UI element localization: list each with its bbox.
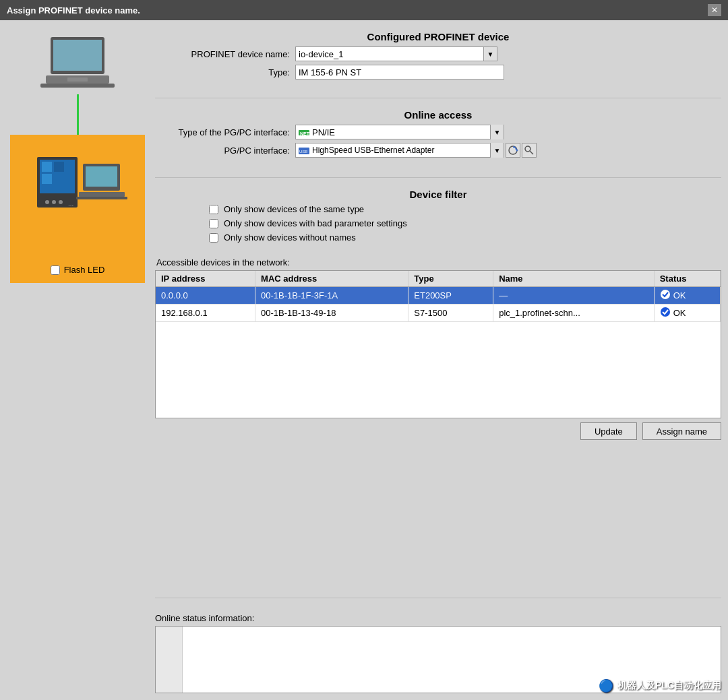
device-icon: ...	[24, 147, 131, 236]
right-panel: Configured PROFINET device PROFINET devi…	[155, 27, 721, 693]
status-text: OK	[673, 290, 686, 300]
svg-rect-8	[42, 174, 52, 184]
search-icon-btn[interactable]	[522, 143, 537, 158]
watermark-text: 机器人及PLC自动化应用	[617, 680, 721, 692]
table-row[interactable]: 0.0.0.000-1B-1B-1F-3F-1AET200SP—OK	[156, 287, 721, 305]
separator-2	[155, 177, 721, 178]
filter-checkbox-1[interactable]	[209, 205, 218, 214]
device-name-dropdown-btn[interactable]: ▼	[484, 46, 497, 61]
dialog-title: Assign PROFINET device name.	[7, 5, 140, 15]
devices-table-container[interactable]: IP address MAC address Type Name Status …	[155, 270, 721, 418]
svg-text:...: ...	[68, 200, 73, 208]
pg-pc-type-label: Type of the PG/PC interface:	[155, 127, 290, 137]
svg-rect-3	[40, 84, 115, 88]
svg-point-26	[661, 290, 670, 299]
pg-pc-interface-row: PG/PC interface: USB HighSpeed USB-Ether…	[155, 143, 721, 158]
col-status: Status	[654, 271, 720, 287]
pg-pc-interface-value: HighSpeed USB-Ethernet Adapter	[312, 146, 490, 155]
separator-1	[155, 98, 721, 98]
svg-point-14	[45, 200, 49, 204]
wechat-icon: 🔵	[599, 678, 613, 693]
flash-led-checkbox[interactable]	[51, 265, 60, 275]
online-status-label: Online status information:	[155, 613, 721, 623]
watermark: 🔵 机器人及PLC自动化应用	[599, 678, 721, 693]
pg-pc-interface-controls: USB HighSpeed USB-Ethernet Adapter ▼	[295, 143, 537, 158]
separator-3	[155, 598, 721, 598]
close-button[interactable]: ✕	[708, 4, 721, 16]
filter-checkbox-2-row: Only show devices with bad parameter set…	[209, 218, 721, 228]
status-check-icon	[660, 307, 671, 319]
pg-pc-type-value: PN/IE	[312, 127, 490, 137]
status-check-icon	[660, 289, 671, 302]
type-input	[295, 65, 504, 79]
table-header-row: IP address MAC address Type Name Status	[156, 271, 721, 287]
device-name-label: PROFINET device name:	[155, 49, 290, 59]
configured-device-title: Configured PROFINET device	[155, 31, 721, 42]
pg-pc-interface-label: PG/PC interface:	[155, 146, 290, 156]
svg-rect-13	[76, 197, 127, 199]
connection-line	[77, 94, 79, 135]
filter-label-1: Only show devices of the same type	[224, 204, 364, 214]
assign-name-button[interactable]: Assign name	[642, 422, 721, 440]
svg-rect-12	[79, 192, 125, 197]
filter-label-3: Only show devices without names	[224, 232, 356, 243]
device-box: ... Flash LED	[10, 135, 145, 283]
action-buttons-row: Update Assign name	[155, 422, 721, 440]
svg-point-15	[52, 200, 56, 204]
online-access-section: Online access Type of the PG/PC interfac…	[155, 109, 721, 161]
col-type: Type	[408, 271, 493, 287]
col-mac-address: MAC address	[255, 271, 408, 287]
svg-rect-9	[54, 162, 64, 172]
flash-led-label: Flash LED	[64, 265, 105, 275]
svg-point-27	[661, 307, 670, 317]
devices-table: IP address MAC address Type Name Status …	[156, 271, 721, 322]
device-name-input[interactable]	[295, 46, 484, 61]
device-filter-title: Device filter	[155, 189, 721, 200]
table-row[interactable]: 192.168.0.100-1B-1B-13-49-18S7-1500plc_1…	[156, 305, 721, 322]
svg-rect-7	[42, 162, 52, 172]
pg-pc-type-row: Type of the PG/PC interface: NET PN/IE ▼	[155, 125, 721, 139]
filter-checkbox-2[interactable]	[209, 219, 218, 228]
main-content: ... Flash LED Configured PROFINET device…	[0, 20, 728, 700]
online-access-title: Online access	[155, 109, 721, 121]
svg-rect-1	[53, 40, 102, 71]
svg-line-25	[530, 151, 533, 154]
pg-pc-type-dropdown-btn[interactable]: ▼	[490, 125, 504, 139]
pg-pc-type-dropdown: NET PN/IE ▼	[295, 125, 504, 139]
filter-checkbox-3-row: Only show devices without names	[209, 232, 721, 243]
col-ip-address: IP address	[156, 271, 255, 287]
pg-pc-interface-dropdown-btn[interactable]: ▼	[490, 143, 504, 158]
update-button[interactable]: Update	[580, 422, 637, 440]
device-name-group: PROFINET device name: ▼	[155, 46, 721, 61]
flash-led-row: Flash LED	[51, 265, 105, 275]
filter-checkbox-1-row: Only show devices of the same type	[209, 204, 721, 214]
refresh-icon-btn[interactable]	[506, 143, 520, 158]
filter-label-2: Only show devices with bad parameter set…	[224, 218, 407, 228]
accessible-devices-section: Accessible devices in the network: IP ad…	[155, 257, 721, 587]
title-bar: Assign PROFINET device name. ✕	[0, 0, 728, 20]
accessible-devices-label: Accessible devices in the network:	[156, 257, 721, 267]
status-left-bar	[156, 627, 183, 693]
type-label: Type:	[155, 67, 290, 77]
svg-point-16	[59, 200, 63, 204]
configured-device-section: Configured PROFINET device PROFINET devi…	[155, 27, 721, 87]
device-filter-section: Device filter Only show devices of the s…	[155, 189, 721, 247]
svg-rect-4	[67, 77, 88, 82]
laptop-icon	[40, 34, 115, 94]
svg-text:NET: NET	[300, 131, 309, 136]
svg-rect-11	[86, 166, 117, 187]
type-group: Type:	[155, 65, 721, 79]
col-name: Name	[493, 271, 655, 287]
left-panel: ... Flash LED	[7, 27, 148, 693]
filter-checkbox-3[interactable]	[209, 233, 218, 243]
status-text: OK	[673, 308, 686, 318]
svg-point-24	[525, 146, 530, 152]
svg-text:USB: USB	[299, 150, 307, 154]
device-name-dropdown: ▼	[295, 46, 497, 61]
